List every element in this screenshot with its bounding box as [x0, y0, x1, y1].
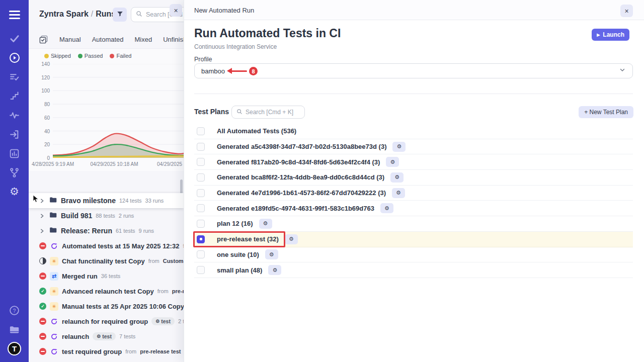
plan-settings-gear-icon[interactable]: ⚙	[390, 172, 404, 183]
test-plan-label: one suite (10)	[217, 251, 259, 258]
status-passed-icon: ✓	[39, 303, 46, 310]
gear-icon[interactable]: ⚙	[0, 182, 29, 201]
filter-button[interactable]	[113, 8, 127, 22]
status-failed-icon	[39, 318, 46, 325]
test-plan-row[interactable]: Generated f817ab20-9c8d-434f-8fd6-5d63e4…	[194, 154, 633, 170]
y-tick-label: 20	[34, 142, 50, 147]
test-plan-label: Generated 4e7d1996-1b61-4573-86f2-67dd70…	[217, 189, 386, 197]
plan-settings-gear-icon[interactable]: ⚙	[259, 219, 272, 229]
status-failed-icon	[39, 333, 46, 340]
tab-mixed[interactable]: Mixed	[135, 36, 152, 43]
branch-icon[interactable]	[0, 163, 29, 182]
projects-folder-icon[interactable]	[0, 320, 29, 339]
test-plan-row[interactable]: plan 12 (16)⚙	[194, 216, 633, 232]
chevron-right-icon[interactable]	[39, 198, 45, 204]
run-row[interactable]: Automated tests at 15 May 2025 12:32from…	[29, 238, 184, 253]
legend-label: Skipped	[51, 53, 71, 59]
status-in-progress-icon	[39, 257, 46, 264]
check-icon[interactable]	[0, 29, 29, 48]
test-plan-row[interactable]: Generated e189fd5c-4974-4631-99f1-583c1b…	[194, 201, 633, 216]
test-plan-row[interactable]: small plan (48)⚙	[194, 262, 633, 278]
run-row[interactable]: ⇄Merged run36 tests	[29, 268, 184, 284]
x-tick-label: 04/29/2025 10	[157, 161, 184, 167]
pulse-icon[interactable]	[0, 106, 29, 125]
plan-settings-gear-icon[interactable]: ⚙	[285, 234, 298, 244]
milestone-name: Bravo milestone	[61, 197, 116, 205]
app-logo[interactable]: T	[0, 339, 29, 358]
new-automated-run-panel: New Automated Run × Run Automated Tests …	[184, 0, 644, 362]
panel-close-icon[interactable]: ×	[620, 5, 633, 17]
from-label: from	[148, 258, 159, 264]
legend-dot	[110, 54, 114, 58]
test-plan-row[interactable]: All Automated Tests (536)	[194, 124, 633, 139]
checkbox-unchecked[interactable]	[197, 250, 205, 258]
test-plan-label: Generated a5c4398f-34d7-43d7-b02d-5130a8…	[217, 143, 386, 150]
badge-label: test	[161, 318, 171, 324]
panel-title: Run Automated Tests in CI	[194, 27, 341, 40]
test-plan-row[interactable]: Generated a5c4398f-34d7-43d7-b02d-5130a8…	[194, 139, 633, 155]
checkbox-unchecked[interactable]	[197, 204, 205, 212]
bar-chart-icon[interactable]	[0, 144, 29, 163]
run-name: relaunch for required group	[62, 318, 148, 325]
run-name: test required group	[62, 348, 122, 355]
plan-settings-gear-icon[interactable]: ⚙	[392, 188, 405, 198]
badge-label: test	[102, 333, 112, 339]
x-tick-label: 4/28/2025 9:19 AM	[32, 161, 74, 167]
run-row[interactable]: relaunch⚙test7 tests	[29, 329, 184, 344]
checkbox-unchecked[interactable]	[197, 158, 205, 166]
checkbox-unchecked[interactable]	[197, 220, 205, 228]
run-row[interactable]: ✓✳Advanced relaunch test Copyfrompre-rel…	[29, 284, 184, 299]
test-plans-search-input[interactable]: Search [Cmd + K]	[231, 106, 305, 119]
run-row[interactable]: ✳Chat functinality test CopyfromCustom S…	[29, 253, 184, 268]
run-row[interactable]: relaunch for required group⚙test2 tests	[29, 314, 184, 329]
folder-icon	[49, 226, 57, 236]
select-all-icon[interactable]	[39, 35, 48, 44]
steps-icon[interactable]	[0, 86, 29, 106]
test-plan-row[interactable]: Generated 4e7d1996-1b61-4573-86f2-67dd70…	[194, 186, 633, 201]
runs-count: 2 runs	[119, 213, 134, 219]
new-test-plan-button[interactable]: + New Test Plan	[579, 106, 633, 118]
profile-select[interactable]: bamboo	[194, 63, 633, 78]
checkbox-unchecked[interactable]	[197, 127, 205, 135]
panel-header: New Automated Run	[184, 0, 644, 20]
tab-manual[interactable]: Manual	[59, 36, 81, 43]
checkbox-unchecked[interactable]	[197, 266, 205, 274]
list-check-icon[interactable]	[0, 67, 29, 86]
from-target: pre-release test	[140, 348, 181, 354]
runs-page: Zyntra Spark/Runs Search [Cmd + K] × Man…	[29, 0, 184, 362]
checkbox-unchecked[interactable]	[197, 189, 205, 197]
checkbox-unchecked[interactable]	[197, 143, 205, 151]
milestone-row[interactable]: Release: Rerun61 tests9 runs	[29, 223, 184, 238]
area-chart	[53, 64, 184, 158]
milestone-row[interactable]: Bravo milestone124 tests33 runs	[29, 193, 184, 208]
plan-settings-gear-icon[interactable]: ⚙	[268, 265, 281, 275]
chevron-right-icon[interactable]	[39, 228, 45, 234]
launch-button[interactable]: ▶ Launch	[592, 29, 629, 41]
milestone-name: Release: Rerun	[61, 227, 112, 235]
run-row[interactable]: test required groupfrompre-release test⚙…	[29, 344, 184, 359]
import-icon[interactable]	[0, 125, 29, 144]
plan-settings-gear-icon[interactable]: ⚙	[386, 157, 399, 167]
run-row[interactable]: ✓✳Manual tests at 25 Apr 2025 10:06 Copy…	[29, 299, 184, 314]
status-failed-icon	[39, 273, 46, 280]
close-icon[interactable]: ×	[170, 4, 182, 17]
test-plan-row[interactable]: one suite (10)⚙	[194, 247, 633, 263]
plan-settings-gear-icon[interactable]: ⚙	[265, 249, 278, 259]
plan-settings-gear-icon[interactable]: ⚙	[392, 142, 406, 152]
y-tick-label: 140	[34, 61, 50, 67]
play-circle-icon[interactable]	[0, 48, 29, 67]
milestone-row[interactable]: Build 98188 tests2 runs	[29, 208, 184, 223]
help-icon[interactable]: ?	[0, 301, 29, 320]
plan-settings-gear-icon[interactable]: ⚙	[380, 203, 393, 213]
tab-unfinished[interactable]: Unfinished	[163, 36, 184, 43]
test-plan-row[interactable]: Generated bca8f6f2-12fa-4ddb-8ea9-dd0c6c…	[194, 170, 633, 186]
checkbox-checked[interactable]	[197, 235, 205, 243]
gear-icon: ⚙	[155, 319, 159, 324]
from-label: from	[125, 348, 136, 354]
panel-subtitle: Continuous Integration Service	[194, 43, 277, 50]
hamburger-menu-icon[interactable]	[9, 7, 20, 22]
checkbox-unchecked[interactable]	[197, 173, 205, 182]
chevron-right-icon[interactable]	[39, 213, 45, 219]
test-plan-row[interactable]: pre-release test (32)⚙	[194, 232, 633, 247]
tab-automated[interactable]: Automated	[92, 36, 124, 43]
